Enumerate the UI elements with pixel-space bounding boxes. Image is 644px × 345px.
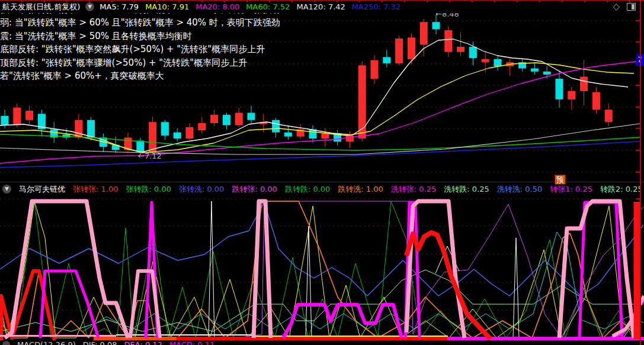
chevron-down-icon[interactable]: ▼	[85, 2, 94, 11]
indicator-line-thick	[579, 202, 622, 338]
candle-body	[235, 113, 243, 125]
indicator-line	[0, 201, 633, 338]
legend-item: 洗转洗: 0.50	[497, 184, 542, 195]
candle-body	[50, 129, 58, 137]
candle-body	[25, 111, 33, 120]
bottom-bar-label: DEA: 0.12	[124, 340, 162, 345]
indicator-line	[306, 226, 312, 338]
candle-body	[87, 120, 95, 138]
indicator-note-line: 若"洗转张"概率 > 60%+，真突破概率大	[0, 69, 644, 82]
bottom-bar-label: MACD(12,26,9)	[17, 340, 76, 345]
candle-body	[210, 115, 218, 123]
right-frame-border	[640, 0, 641, 345]
bottom-bar-label: MACD: 0.11	[169, 340, 214, 345]
candle-body	[100, 137, 107, 147]
indicator-note-line: 弱: 当"跌转跌"概率 > 60% 且"张转跌"概率 > 40% 时，表明下跌强…	[0, 16, 644, 29]
legend-item: 转张1: 0.25	[550, 184, 592, 195]
candle-body	[309, 129, 317, 138]
indicator-line	[1, 271, 55, 340]
indicator-line-thick	[406, 201, 464, 338]
candle-body	[334, 133, 341, 141]
legend-item: 张转洗: 0.00	[179, 184, 224, 195]
indicator-baseline-bar	[0, 335, 116, 337]
indicator-line-thick	[254, 201, 271, 338]
ma-label: MA120: 7.42	[296, 2, 345, 11]
ma-label: MA5: 7.79	[100, 2, 139, 11]
indicator-note-line: 震: 当"洗转洗"概率 > 50% 且各转换概率均衡时	[0, 30, 644, 43]
candle-body	[124, 137, 132, 150]
bottom-bar-items: MACD(12,26,9)DIF: 0.08DEA: 0.12MACD: 0.1…	[17, 340, 214, 345]
ma-value-labels: MA5: 7.79MA10: 7.91MA20: 8.00MA60: 7.52M…	[100, 2, 401, 11]
legend-item: 转跌2: 0.25	[600, 184, 641, 195]
stock-title: 航天发展(日线,前复权)	[2, 2, 80, 12]
candle-body	[112, 145, 120, 150]
indicator-baseline-bar	[116, 334, 255, 336]
legend-item: 张转跌: 0.00	[126, 184, 171, 195]
candle-body	[259, 122, 267, 124]
bottom-bar-label: DIF: 0.08	[83, 340, 117, 345]
legend-item: 张转张: 1.00	[73, 184, 118, 195]
indicator-line	[209, 201, 214, 338]
candle-body	[63, 134, 71, 137]
indicator-line	[513, 238, 519, 338]
indicator-line-thick	[130, 271, 160, 338]
candle-body	[1, 116, 9, 125]
indicator-note-line: 底部反转: "跌转张"概率突然飙升(>50%) + "洗转张"概率同步上升	[0, 43, 644, 56]
indicator-legend-bar: ▼ 马尔可夫链优 张转张: 1.00张转跌: 0.00张转洗: 0.00跌转张:…	[0, 183, 641, 195]
candle-body	[284, 133, 292, 137]
chevron-icon[interactable]	[2, 341, 10, 345]
ma-line-ma250	[0, 141, 640, 167]
indicator-line	[83, 232, 643, 331]
trading-terminal: { "top_bar": { "title": "航天发展(日线,前复权)", …	[0, 0, 644, 345]
ma-line-ma120	[0, 124, 640, 154]
candle-body	[568, 91, 575, 99]
indicator-line	[0, 202, 643, 296]
indicator-baseline-bar	[255, 336, 448, 337]
legend-item: 跌转洗: 1.00	[338, 184, 383, 195]
pane-separator[interactable]	[0, 182, 644, 182]
indicator-line	[0, 201, 639, 338]
indicator-line-thick	[283, 305, 402, 338]
indicator-note-line: 顶部反转: "张转跌"概率骤增(>50%) + "洗转跌"概率同步上升	[0, 56, 644, 69]
candle-body	[174, 133, 181, 138]
candle-body	[186, 127, 194, 138]
indicator-line-thick	[559, 201, 634, 338]
indicator-line-thick	[40, 271, 98, 338]
candle-body	[605, 109, 613, 122]
legend-items: 张转张: 1.00张转跌: 0.00张转洗: 0.00跌转张: 0.00跌转跌:…	[73, 184, 641, 195]
candle-body	[149, 122, 156, 152]
indicator-line-thick	[609, 300, 643, 339]
low-price-label: ←7.12	[138, 151, 162, 160]
candle-body	[75, 120, 82, 138]
candle-body	[272, 120, 280, 133]
legend-item: 跌转张: 0.00	[232, 184, 277, 195]
indicator-line-thick	[5, 201, 128, 338]
ma-label: MA250: 7.32	[352, 2, 401, 11]
bottom-indicator-bar: MACD(12,26,9)DIF: 0.08DEA: 0.12MACD: 0.1…	[0, 340, 644, 345]
legend-item: 洗转张: 0.25	[391, 184, 436, 195]
indicator-line	[0, 270, 643, 331]
candle-body	[223, 115, 230, 125]
indicator-line-thick	[405, 202, 419, 338]
indicator-title: 马尔可夫链优	[19, 184, 65, 195]
split-pane-icon[interactable]	[627, 3, 636, 11]
indicator-line-thick	[146, 202, 158, 338]
ma-label: MA60: 7.52	[246, 2, 290, 11]
candle-body	[13, 108, 21, 125]
candle-body	[161, 122, 169, 136]
candle-body	[136, 141, 144, 152]
diamond-icon[interactable]: ◇	[613, 2, 620, 11]
candle-body	[297, 129, 305, 136]
indicator-line	[435, 246, 459, 273]
ma-label: MA20: 8.00	[196, 2, 239, 11]
forecast-marker-badge: 预	[555, 175, 566, 185]
chevron-down-icon[interactable]: ▼	[2, 185, 11, 194]
ma-line-ma60	[0, 134, 640, 150]
ma-label: MA10: 7.91	[145, 2, 189, 11]
indicator-line	[237, 201, 643, 338]
candle-body	[321, 133, 329, 138]
candle-body	[592, 92, 600, 110]
legend-item: 跌转跌: 0.00	[285, 184, 330, 195]
legend-item: 洗转跌: 0.25	[444, 184, 489, 195]
indicator-line	[0, 201, 643, 338]
